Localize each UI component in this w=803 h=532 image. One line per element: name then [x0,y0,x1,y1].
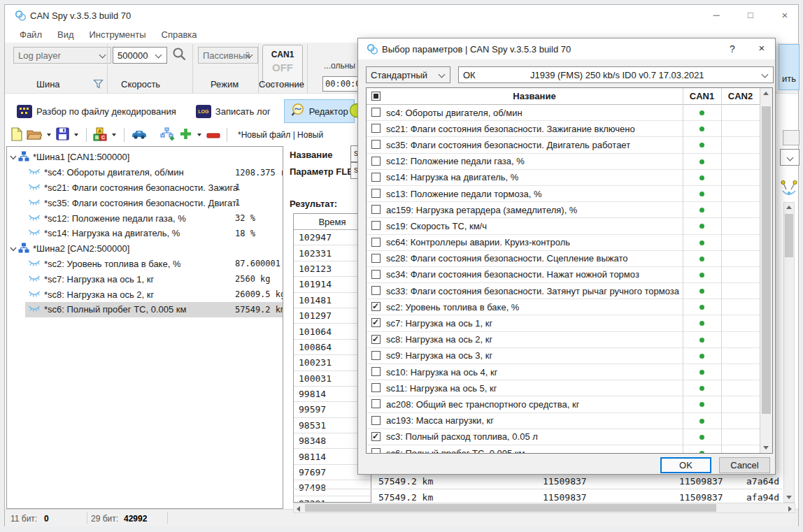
watch-parameter-icon[interactable] [780,180,798,201]
scrollbar-thumb[interactable] [305,504,716,512]
row-checkbox[interactable] [371,108,381,117]
scroll-up-icon[interactable] [763,92,769,95]
open-dropdown-arrow[interactable] [47,134,51,136]
tab-decode-file[interactable]: Разбор по файлу декодирования [10,101,183,122]
menu-view[interactable]: Вид [51,28,80,41]
row-checkbox[interactable] [371,221,381,230]
row-checkbox[interactable] [371,205,381,214]
parameter-row[interactable]: sc3: Полный расход топлива, 0.05 л [367,429,760,445]
parameter-row[interactable]: ac159: Нагрузка ретардера (замедлителя),… [367,202,760,218]
parameter-row[interactable]: sc28: Флаги состояния безопасности. Сцеп… [367,251,760,267]
row-checkbox[interactable] [371,140,381,149]
row-checkbox[interactable] [371,124,381,133]
parameter-row[interactable]: sc12: Положение педали газа, % [367,154,760,170]
scroll-right-icon[interactable] [788,506,792,512]
row-checkbox[interactable] [371,383,381,392]
partial-right-button[interactable]: ить [779,44,800,90]
row-checkbox[interactable] [371,286,381,295]
parameter-row[interactable]: sc8: Нагрузка на ось 2, кг [367,332,760,348]
parameter-row[interactable]: sc9: Нагрузка на ось 3, кг [367,348,760,364]
result-time-cell[interactable]: 97281 [294,496,371,503]
row-checkbox[interactable] [371,254,381,263]
remove-parameter-icon[interactable] [206,130,220,141]
filter-icon[interactable] [93,79,104,91]
row-checkbox[interactable] [371,367,381,376]
tree-row[interactable]: *sc6: Полный пробег ТС, 0.005 км 57549.2… [7,302,283,317]
name-column-header[interactable]: Название [386,91,683,101]
parameter-row[interactable]: sc33: Флаги состояния безопасности. Затя… [367,283,760,299]
save-dropdown-arrow[interactable] [74,134,78,136]
scrollbar-thumb[interactable] [762,106,771,414]
cancel-button[interactable]: Cancel [719,457,770,473]
add-bus-icon[interactable] [160,127,176,143]
row-checkbox[interactable] [371,432,381,441]
scrollbar-thumb[interactable] [785,214,793,257]
menu-help[interactable]: Справка [155,28,204,41]
tree-row[interactable]: *sc8: Нагрузка на ось 2, кг 26009.5 kg [7,287,283,302]
parameter-row[interactable]: sc6: Полный пробег ТС, 0.005 км [367,445,760,453]
parameter-row[interactable]: sc2: Уровень топлива в баке, % [367,299,760,315]
parameter-row[interactable]: sc14: Нагрузка на двигатель, % [367,170,760,186]
horizontal-scrollbar[interactable] [293,503,795,513]
tree-row[interactable]: *sc21: Флаги состояния безопасности. Заж… [7,180,283,196]
parameter-row[interactable]: ac193: Масса нагрузки, кг [367,413,760,429]
parameter-row[interactable]: sc21: Флаги состояния безопасности. Зажи… [367,121,760,137]
parameter-row[interactable]: sc19: Скорость ТС, км/ч [367,218,760,234]
tree-row[interactable]: *sc2: Уровень топлива в баке, % 87.60000… [7,257,283,272]
row-checkbox[interactable] [371,173,381,182]
tree-row[interactable]: *Шина2 [CAN2:500000] [7,241,283,257]
scroll-down-icon[interactable] [786,496,792,499]
parameter-row[interactable]: sc7: Нагрузка на ось 1, кг [367,315,760,331]
parameter-row[interactable]: sc35: Флаги состояния безопасности. Двиг… [367,137,760,153]
parameter-row[interactable]: sc13: Положение педали тормоза, % [367,186,760,202]
parameter-row[interactable]: sc4: Обороты двигателя, об/мин [367,105,760,121]
parameter-row[interactable]: ac208: Общий вес транспортного средства,… [367,396,760,412]
tree-row[interactable]: *sc35: Флаги состояния безопасности. Дви… [7,195,283,210]
parameter-row[interactable]: sc11: Нагрузка на ось 5, кг [367,380,760,396]
partial-combo[interactable] [780,149,800,166]
row-checkbox[interactable] [371,399,381,408]
tree-row[interactable]: *sc7: Нагрузка на ось 1, кг 2560 kg [7,271,283,287]
can2-column-header[interactable]: CAN2 [721,91,760,101]
new-file-icon[interactable] [10,127,23,143]
decode-blocks-icon[interactable]: ABC [93,127,107,143]
row-checkbox[interactable] [371,416,381,425]
scroll-down-icon[interactable] [763,446,769,450]
add-dropdown-arrow[interactable] [197,134,201,136]
help-button[interactable]: ? [725,43,740,55]
search-icon[interactable] [171,46,187,64]
expander-icon[interactable] [10,152,18,162]
bus-combo[interactable]: Log player [13,47,111,64]
parameter-row[interactable]: sc10: Нагрузка на ось 4, кг [367,364,760,380]
row-checkbox[interactable] [371,351,381,360]
mode-combo[interactable]: Пассивный [198,47,258,64]
parameter-row[interactable]: sc64: Контроллеры аварии. Круиз-контроль [367,235,760,251]
tab-record-log[interactable]: LOG Записать лог [190,101,277,122]
menu-tools[interactable]: Инструменты [83,28,152,41]
tree-row[interactable]: *Шина1 [CAN1:500000] [7,150,283,165]
close-button[interactable]: × [774,8,795,23]
tree-row[interactable]: *sc14: Нагрузка на двигатель, % 18 % [7,226,283,241]
parameter-row[interactable]: sc34: Флаги состояния безопасности. Нажа… [367,267,760,283]
preset-combo[interactable]: Стандартный [366,66,450,83]
scroll-up-icon[interactable] [786,206,792,209]
row-checkbox[interactable] [371,270,381,279]
decode-file-combo[interactable]: ОК J1939 (FMS) 250 kb/s ID0 v0.7 17.03.2… [458,66,774,83]
maximize-button[interactable]: □ [740,8,761,23]
minimize-button[interactable]: ─ [706,8,727,23]
speed-combo[interactable]: 500000 [113,47,167,64]
save-icon[interactable] [56,127,69,143]
row-checkbox[interactable] [371,318,381,327]
row-checkbox[interactable] [371,157,381,166]
menu-file[interactable]: Файл [13,28,48,41]
add-parameter-icon[interactable] [179,127,192,143]
decode-dropdown-arrow[interactable] [112,134,116,136]
tree-row[interactable]: *sc12: Положение педали газа, % 32 % [7,210,283,226]
row-checkbox[interactable] [371,335,381,344]
vertical-scrollbar[interactable] [783,202,795,503]
partial-button[interactable] [783,130,800,145]
open-file-icon[interactable] [27,128,42,143]
select-all-checkbox[interactable] [371,92,381,101]
tab-editor[interactable]: Редактор [284,99,355,123]
scroll-left-icon[interactable] [297,506,300,512]
